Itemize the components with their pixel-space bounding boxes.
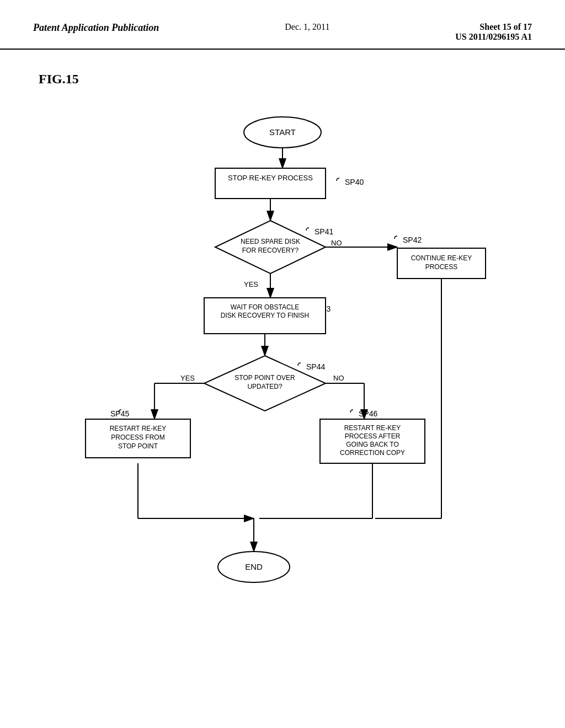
- svg-text:YES: YES: [244, 280, 258, 288]
- svg-text:STOP POINT OVER: STOP POINT OVER: [234, 374, 295, 382]
- svg-text:STOP POINT: STOP POINT: [118, 442, 158, 450]
- svg-text:FOR RECOVERY?: FOR RECOVERY?: [242, 247, 299, 254]
- svg-text:GOING BACK TO: GOING BACK TO: [346, 441, 399, 448]
- svg-text:CONTINUE RE-KEY: CONTINUE RE-KEY: [411, 254, 472, 262]
- svg-text:YES: YES: [180, 374, 195, 382]
- svg-text:NO: NO: [333, 374, 344, 382]
- svg-text:UPDATED?: UPDATED?: [247, 383, 282, 390]
- flowchart-container: START SP40 STOP RE-KEY PROCESS SP41 NEED…: [0, 99, 565, 706]
- svg-text:RESTART RE-KEY: RESTART RE-KEY: [344, 424, 401, 432]
- svg-text:NO: NO: [331, 239, 342, 247]
- publication-date: Dec. 1, 2011: [285, 22, 329, 32]
- svg-text:PROCESS FROM: PROCESS FROM: [111, 433, 164, 441]
- svg-text:START: START: [269, 127, 296, 137]
- svg-text:SP42: SP42: [403, 235, 422, 244]
- publication-title: Patent Application Publication: [33, 22, 159, 34]
- patent-number: US 2011/0296195 A1: [455, 32, 532, 41]
- svg-text:DISK RECOVERY TO FINISH: DISK RECOVERY TO FINISH: [221, 312, 310, 319]
- page-header: Patent Application Publication Dec. 1, 2…: [0, 0, 565, 50]
- sheet-label: Sheet 15 of 17: [479, 22, 532, 31]
- svg-text:SP44: SP44: [306, 362, 325, 371]
- patent-page: Patent Application Publication Dec. 1, 2…: [0, 0, 565, 728]
- sheet-info: Sheet 15 of 17 US 2011/0296195 A1: [455, 22, 532, 42]
- figure-label: FIG.15: [39, 72, 79, 87]
- svg-text:RESTART RE-KEY: RESTART RE-KEY: [110, 425, 167, 432]
- flowchart-svg: START SP40 STOP RE-KEY PROCESS SP41 NEED…: [0, 99, 565, 706]
- svg-text:STOP RE-KEY PROCESS: STOP RE-KEY PROCESS: [228, 174, 313, 182]
- svg-text:SP41: SP41: [315, 227, 333, 236]
- svg-text:PROCESS: PROCESS: [425, 263, 458, 271]
- svg-rect-4: [215, 168, 326, 199]
- svg-text:WAIT FOR OBSTACLE: WAIT FOR OBSTACLE: [231, 303, 299, 311]
- svg-text:END: END: [245, 562, 263, 571]
- svg-text:SP46: SP46: [359, 409, 377, 418]
- svg-text:SP40: SP40: [345, 178, 364, 186]
- svg-text:CORRECTION COPY: CORRECTION COPY: [340, 449, 405, 457]
- svg-text:NEED SPARE DISK: NEED SPARE DISK: [241, 238, 300, 245]
- svg-text:PROCESS AFTER: PROCESS AFTER: [345, 432, 401, 440]
